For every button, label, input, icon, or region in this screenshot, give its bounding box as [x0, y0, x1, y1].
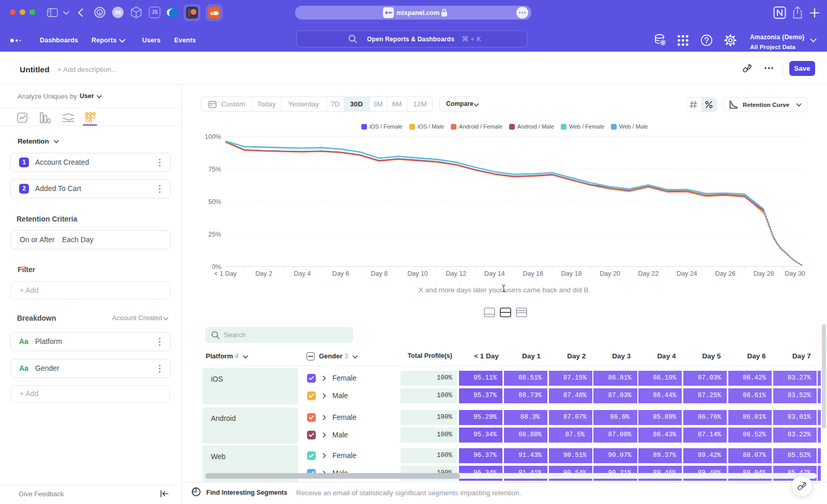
svg-text:Day 30: Day 30	[785, 270, 805, 277]
svg-text:100%: 100%	[205, 133, 221, 140]
svg-text:25%: 25%	[208, 231, 221, 238]
svg-text:Day 18: Day 18	[561, 270, 582, 277]
svg-text:Day 20: Day 20	[600, 270, 620, 277]
svg-text:Day 6: Day 6	[332, 270, 349, 277]
svg-text:Day 16: Day 16	[523, 270, 543, 277]
svg-text:Day 26: Day 26	[715, 270, 736, 277]
svg-text:75%: 75%	[208, 166, 221, 173]
svg-text:Day 14: Day 14	[484, 270, 505, 277]
svg-text:Day 28: Day 28	[754, 270, 774, 277]
svg-text:0%: 0%	[212, 263, 221, 271]
svg-text:< 1 Day: < 1 Day	[214, 270, 237, 277]
svg-text:Day 22: Day 22	[638, 270, 659, 277]
svg-text:Day 2: Day 2	[255, 270, 272, 277]
svg-text:Day 12: Day 12	[446, 270, 467, 277]
svg-text:Day 10: Day 10	[407, 270, 428, 277]
svg-text:Day 8: Day 8	[371, 270, 388, 277]
svg-text:50%: 50%	[208, 198, 221, 206]
svg-text:Day 4: Day 4	[294, 270, 311, 277]
svg-text:Day 24: Day 24	[677, 270, 697, 277]
